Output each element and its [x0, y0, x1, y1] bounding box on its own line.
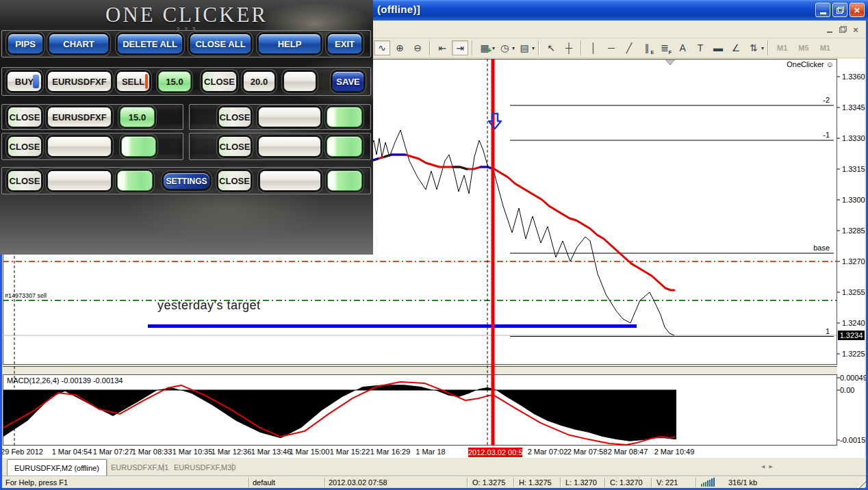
button-label: CLOSE ALL [195, 39, 245, 49]
close-button[interactable]: CLOSE [8, 137, 41, 156]
blank-greenblank-button[interactable] [327, 137, 361, 156]
crosshair-icon[interactable]: ┼ [561, 40, 577, 55]
panel-title: ONE CLICKER [0, 3, 373, 27]
price-tick-1.336: 1.3360 [842, 73, 865, 81]
text-label-icon[interactable]: T [692, 40, 709, 55]
price-tick-1.3255: 1.3255 [842, 288, 865, 296]
tab-eurusdfxf-m2-offline[interactable]: EURUSDFXF,M2 (offline) [7, 459, 107, 476]
chart-button[interactable]: CHART [49, 34, 108, 53]
chart-shift-icon[interactable]: ⇤ [434, 40, 450, 55]
zoom-in-icon[interactable]: ⊕ [392, 40, 408, 55]
blank-silver-button[interactable] [48, 171, 111, 190]
chart-line-icon[interactable]: ∿ [374, 40, 390, 55]
mdi-close-button[interactable]: × [850, 24, 862, 35]
button-label: PIPS [15, 39, 36, 49]
blank-greenblank-button[interactable] [122, 137, 155, 156]
sell-arrow[interactable] [489, 114, 501, 129]
eurusdfxf-button[interactable]: EURUSDFXF [48, 72, 111, 91]
button-label: EURUSDFXF [52, 112, 106, 122]
blank-silver-button[interactable] [259, 137, 320, 156]
help-button[interactable]: HELP [259, 34, 320, 53]
text-icon[interactable]: A [674, 40, 691, 55]
channel-icon[interactable]: ∥E [639, 40, 655, 55]
fibonacci-icon[interactable]: ≣F [656, 40, 673, 55]
button-label: HELP [278, 39, 302, 49]
rectangle-icon[interactable]: ▬ [710, 40, 726, 55]
close-button[interactable]: CLOSE [203, 72, 236, 91]
delete-all-button[interactable]: DELETE ALL [118, 34, 182, 53]
button-label: 15.0 [129, 112, 146, 122]
current-price-tag: 1.3234 [838, 331, 865, 340]
button-label: CLOSE [220, 142, 251, 152]
auto-scroll-icon[interactable]: ⇥ [452, 40, 468, 55]
blank-greenblank-button[interactable] [328, 171, 361, 190]
price-tick-1.333: 1.3330 [842, 134, 865, 142]
tab-eurusdfxf-m1[interactable]: EURUSDFXF,M1 [104, 459, 175, 476]
settings-button[interactable]: SETTINGS [164, 173, 209, 189]
buy-button[interactable]: BUY [8, 72, 41, 91]
mdi-restore-button[interactable] [837, 24, 849, 35]
time-label: 1 Mar 15:00 [281, 448, 338, 456]
vertical-line-icon[interactable]: │ [585, 40, 602, 55]
15-0-button[interactable]: 15.0 [120, 107, 154, 127]
macd-histogram [3, 385, 676, 441]
restore-button[interactable] [832, 3, 847, 17]
templates-icon[interactable]: ▤ [516, 40, 533, 55]
trendline-icon[interactable]: ╱ [621, 40, 637, 55]
restore-icon [837, 7, 844, 14]
status-cell: O: 1.3275 [467, 476, 513, 489]
blank-greenblank-button[interactable] [118, 171, 152, 190]
yesterday-target-note: yesterday's target [157, 298, 261, 313]
mdi-minimize-button[interactable] [824, 24, 836, 35]
tab-scroll-arrows[interactable]: ◀▶ [761, 464, 777, 469]
toolbar-separator [580, 40, 582, 55]
close-button[interactable]: CLOSE [219, 137, 251, 156]
price-tick-1.324: 1.3240 [842, 319, 865, 327]
time-label: 2 Mar 10:49 [646, 448, 703, 456]
new-chart-icon[interactable]: ▦+ [476, 40, 493, 55]
close-all-button[interactable]: CLOSE ALL [190, 34, 251, 53]
oneclicker-panel: ONE CLICKER 2.2.3 PIPSCHARTDELETE ALLCLO… [0, 0, 373, 255]
zoom-out-icon[interactable]: ⊖ [409, 40, 426, 55]
button-label: CLOSE [10, 142, 40, 152]
button-label: SELL [122, 77, 144, 87]
eurusdfxf-button[interactable]: EURUSDFXF [48, 107, 111, 127]
blank-silver-button[interactable] [260, 171, 320, 190]
pips-button[interactable]: PIPS [8, 34, 42, 53]
arrows-icon[interactable]: ⇅ [745, 40, 762, 55]
time-label: 1 Mar 12:36 [203, 448, 260, 456]
close-button[interactable]: CLOSE [218, 171, 251, 190]
blank-silver-button[interactable] [284, 72, 316, 91]
minimize-icon [820, 12, 826, 14]
period-button-m5[interactable]: M5 [798, 44, 808, 52]
macd-tick-0: 0.00049 [840, 374, 867, 382]
tab-label: EURUSDFXF,M30 [174, 463, 235, 472]
blank-silver-button[interactable] [259, 107, 320, 127]
time-label: 1 Mar 18 [402, 448, 459, 456]
time-label: 1 Mar 13:46 [242, 448, 300, 456]
close-button[interactable]: CLOSE [8, 171, 41, 190]
period-button-m1[interactable]: M1 [820, 44, 830, 52]
20-0-button[interactable]: 20.0 [244, 72, 275, 91]
level-base-label: base [782, 244, 830, 252]
sell-button[interactable]: SELL [117, 72, 149, 91]
period-button-m1[interactable]: M1 [777, 44, 787, 52]
button-label: CLOSE [204, 77, 235, 87]
periods-icon[interactable]: ◷ [496, 40, 513, 55]
close-button[interactable]: CLOSE [219, 107, 251, 127]
cursor-icon[interactable]: ↖ [543, 40, 559, 55]
minimize-button[interactable] [815, 3, 830, 17]
mt4-application-window: -2-1base11.33601.33451.33301.33151.33001… [0, 0, 868, 490]
status-cell: H: 1.3275 [513, 476, 559, 489]
angle-icon[interactable]: ∠ [728, 40, 744, 55]
blank-greenblank-button[interactable] [327, 107, 361, 127]
level-take1-label: 1 [782, 327, 830, 335]
exit-button[interactable]: EXIT [328, 34, 361, 53]
horizontal-line-icon[interactable]: ─ [603, 40, 620, 55]
close-button[interactable]: × [850, 3, 865, 17]
15-0-button[interactable]: 15.0 [159, 72, 190, 91]
blank-silver-button[interactable] [48, 137, 111, 156]
save-button[interactable]: SAVE [333, 72, 363, 91]
time-label: 1 Mar 08:33 [123, 448, 181, 456]
close-button[interactable]: CLOSE [8, 107, 41, 127]
